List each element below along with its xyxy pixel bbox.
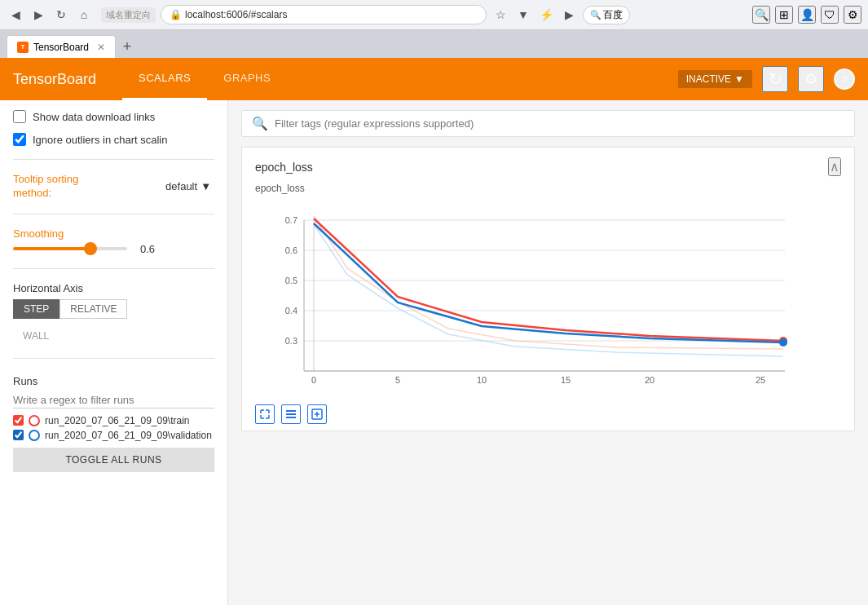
address-bar[interactable]: 🔒 localhost:6006/#scalars (161, 5, 487, 24)
svg-rect-20 (286, 410, 296, 412)
svg-text:0.3: 0.3 (285, 336, 297, 346)
ignore-outliers-row: Ignore outliers in chart scalin (13, 133, 214, 146)
forward-button[interactable]: ▶ (29, 6, 47, 24)
horizontal-axis-section: Horizontal Axis STEP RELATIVE WALL (13, 282, 214, 345)
baidu-search[interactable]: 🔍 百度 (583, 6, 630, 24)
chart-card-header: epoch_loss ∧ (242, 148, 854, 183)
search-icon-btn[interactable]: 🔍 (752, 6, 770, 24)
shield-icon-btn[interactable]: 🛡 (821, 6, 839, 24)
step-button[interactable]: STEP (13, 299, 59, 319)
header-help-btn[interactable]: ? (834, 68, 855, 90)
inactive-dropdown[interactable]: INACTIVE ▼ (678, 70, 752, 88)
runs-label: Runs (13, 375, 214, 387)
svg-text:0: 0 (311, 375, 316, 385)
header-refresh-btn[interactable]: ↻ (762, 66, 788, 92)
svg-text:10: 10 (477, 375, 487, 385)
smoothing-label: Smoothing (13, 227, 214, 240)
inactive-label: INACTIVE (686, 73, 731, 85)
run-item-2: run_2020_07_06_21_09_09\validation (13, 430, 214, 441)
browser-right-icons: 🔍 ⊞ 👤 🛡 ⚙ (752, 6, 861, 24)
header-right: INACTIVE ▼ ↻ ⚙ ? (678, 66, 855, 92)
svg-rect-22 (286, 417, 296, 418)
app-nav: SCALARS GRAPHS (122, 58, 287, 100)
browser-window: ◀ ▶ ↻ ⌂ 域名重定向 🔒 localhost:6006/#scalars … (0, 0, 868, 58)
runs-filter-input[interactable] (13, 392, 214, 408)
tooltip-sort-select[interactable]: default ▼ (162, 179, 214, 194)
chart-card-title: epoch_loss (255, 161, 313, 174)
run-item-1: run_2020_07_06_21_09_09\train (13, 415, 214, 426)
run2-name: run_2020_07_06_21_09_09\validation (45, 430, 212, 441)
show-download-checkbox[interactable] (13, 110, 26, 123)
back-button[interactable]: ◀ (7, 6, 24, 24)
svg-text:20: 20 (645, 375, 654, 385)
dropdown-arrow: ▼ (734, 73, 744, 85)
toggle-all-runs-button[interactable]: TOGGLE ALL RUNS (13, 448, 214, 472)
ignore-outliers-checkbox[interactable] (13, 133, 26, 146)
svg-text:25: 25 (756, 375, 765, 385)
relative-button[interactable]: RELATIVE (59, 299, 127, 319)
tab-bar: T TensorBoard ✕ + (0, 30, 868, 58)
runs-section: Runs run_2020_07_06_21_09_09\train run_2… (13, 375, 214, 472)
wall-button[interactable]: WALL (13, 327, 59, 345)
chart-fit-button[interactable] (307, 404, 327, 424)
chart-expand-button[interactable] (255, 404, 275, 424)
sidebar: Show data download links Ignore outliers… (0, 100, 228, 605)
nav-scalars[interactable]: SCALARS (122, 58, 207, 100)
svg-text:0.6: 0.6 (285, 245, 297, 255)
redirect-label: 域名重定向 (101, 7, 156, 23)
main-layout: Show data download links Ignore outliers… (0, 100, 868, 605)
smoothing-value: 0.6 (140, 243, 155, 255)
ignore-outliers-label: Ignore outliers in chart scalin (33, 134, 167, 146)
lightning-button[interactable]: ⚡ (537, 6, 555, 24)
bookmark-button[interactable]: ☆ (491, 6, 509, 24)
chart-area: 0.7 0.6 0.5 0.4 0.3 0 5 10 15 20 25 (242, 197, 854, 401)
tab-favicon: T (17, 42, 29, 53)
run1-checkbox[interactable] (13, 415, 24, 426)
home-button[interactable]: ⌂ (75, 6, 93, 24)
show-download-label: Show data download links (33, 111, 155, 123)
epoch-loss-chart: 0.7 0.6 0.5 0.4 0.3 0 5 10 15 20 25 (255, 204, 826, 391)
tooltip-sort-arrow: ▼ (200, 180, 211, 192)
wall-row: WALL (13, 324, 214, 345)
smoothing-section: Smoothing 0.6 (13, 227, 214, 255)
smoothing-slider[interactable] (13, 247, 127, 250)
nav-graphs[interactable]: GRAPHS (207, 58, 287, 100)
chart-card-epoch-loss: epoch_loss ∧ epoch_loss 0.7 (241, 147, 855, 431)
tensorboard-tab[interactable]: T TensorBoard ✕ (7, 35, 116, 58)
run1-color-dot (29, 415, 40, 426)
divider-4 (13, 358, 214, 359)
svg-text:0.7: 0.7 (285, 215, 297, 225)
profile-icon-btn[interactable]: 👤 (798, 6, 816, 24)
main-content: 🔍 epoch_loss ∧ epoch_loss (228, 100, 868, 605)
tab-title: TensorBoard (33, 42, 89, 53)
baidu-label: 百度 (603, 8, 623, 22)
run2-color-dot (29, 430, 40, 441)
svg-rect-21 (286, 413, 296, 415)
chart-collapse-button[interactable]: ∧ (828, 157, 841, 176)
axis-buttons: STEP RELATIVE (13, 299, 214, 319)
address-text: localhost:6006/#scalars (185, 9, 287, 20)
app-logo: TensorBoard (13, 71, 96, 88)
filter-input[interactable] (275, 117, 844, 130)
run2-checkbox[interactable] (13, 430, 24, 440)
baidu-icon: 🔍 (590, 10, 601, 20)
divider-1 (13, 159, 214, 160)
show-download-row: Show data download links (13, 110, 214, 123)
svg-text:5: 5 (395, 375, 400, 385)
new-tab-button[interactable]: + (116, 35, 139, 58)
browser-toolbar: ◀ ▶ ↻ ⌂ 域名重定向 🔒 localhost:6006/#scalars … (0, 0, 868, 30)
tab-close-button[interactable]: ✕ (97, 42, 105, 53)
refresh-button[interactable]: ↻ (52, 6, 70, 24)
tooltip-sort-row: Tooltip sortingmethod: default ▼ (13, 173, 214, 201)
svg-text:0.5: 0.5 (285, 276, 297, 285)
grid-icon-btn[interactable]: ⊞ (775, 6, 793, 24)
extensions-button[interactable]: ▼ (514, 6, 532, 24)
chart-list-button[interactable] (281, 404, 301, 424)
browser-settings-btn[interactable]: ⚙ (844, 6, 861, 24)
divider-2 (13, 214, 214, 214)
play-button[interactable]: ▶ (560, 6, 578, 24)
chart-controls (242, 401, 854, 431)
slider-row: 0.6 (13, 243, 214, 255)
run1-name: run_2020_07_06_21_09_09\train (45, 415, 190, 426)
header-settings-btn[interactable]: ⚙ (798, 66, 824, 92)
